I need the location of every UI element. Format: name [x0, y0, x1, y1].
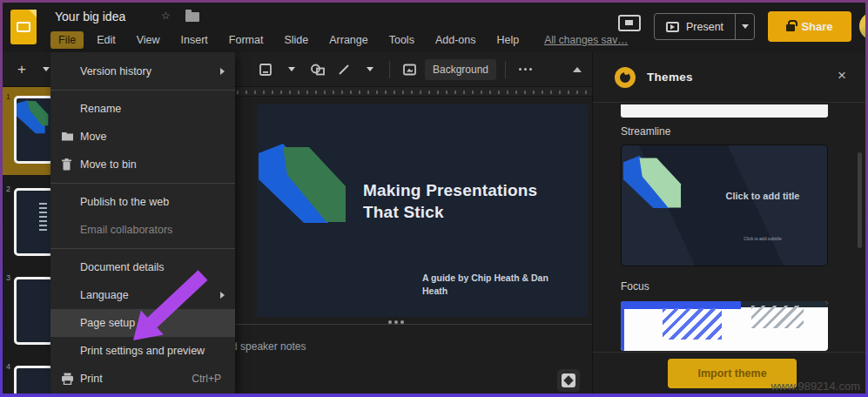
- close-icon[interactable]: ×: [838, 67, 846, 84]
- menu-separator: [50, 248, 235, 249]
- present-dropdown[interactable]: [735, 14, 754, 39]
- move-folder-icon[interactable]: [185, 12, 199, 22]
- file-menu: Version history Rename Move Move to bin …: [50, 52, 235, 394]
- more-options-icon[interactable]: [515, 58, 535, 81]
- save-status[interactable]: All changes sav…: [544, 34, 628, 46]
- image-icon[interactable]: [399, 58, 420, 81]
- avatar[interactable]: [859, 12, 865, 40]
- slide-thumbnail-1[interactable]: [14, 96, 54, 164]
- slide-number: 3: [6, 273, 10, 282]
- background-button[interactable]: Background: [425, 59, 496, 80]
- trash-icon: [61, 158, 72, 171]
- document-title[interactable]: Your big idea: [55, 10, 125, 24]
- present-button[interactable]: Present: [655, 14, 735, 39]
- menu-item-move-to-bin[interactable]: Move to bin: [50, 151, 235, 178]
- menu-item-document-details[interactable]: Document details: [50, 253, 235, 281]
- chevron-down-icon: [742, 24, 749, 29]
- menu-item-page-setup[interactable]: Page setup: [50, 309, 235, 337]
- submenu-arrow-icon: [220, 68, 225, 75]
- shapes-icon[interactable]: [307, 58, 328, 81]
- menu-format[interactable]: Format: [221, 31, 272, 49]
- themes-panel: Themes × Streamline Click to add title C…: [592, 52, 865, 394]
- share-button[interactable]: Share: [768, 11, 851, 42]
- thumbnail-text-lines: [39, 203, 47, 232]
- slide-number: 1: [6, 92, 10, 101]
- printer-icon: [61, 373, 74, 385]
- present-on-screen-icon[interactable]: [618, 15, 643, 36]
- menu-shortcut: Ctrl+P: [192, 373, 221, 385]
- menu-addons[interactable]: Add-ons: [427, 31, 484, 49]
- theme-name-streamline: Streamline: [621, 125, 670, 138]
- themes-header: Themes ×: [593, 52, 865, 103]
- focus-hatch-gray: [751, 306, 804, 328]
- slide-number: 4: [6, 362, 10, 371]
- themes-title: Themes: [647, 71, 693, 84]
- menu-item-publish-to-web[interactable]: Publish to the web: [50, 188, 235, 216]
- textbox-icon[interactable]: [255, 58, 276, 81]
- screenshot-frame: Your big idea ☆ File Edit View Insert Fo…: [0, 0, 868, 397]
- menubar: File Edit View Insert Format Slide Arran…: [50, 30, 628, 50]
- notes-drag-handle[interactable]: [388, 320, 392, 324]
- menu-separator: [50, 183, 235, 184]
- theme-thumbnail-partial[interactable]: [621, 104, 828, 118]
- slide-subtitle-text[interactable]: A guide by Chip Heath & Dan Heath: [422, 272, 553, 297]
- menu-arrange[interactable]: Arrange: [321, 31, 375, 49]
- theme-thumbnail-focus[interactable]: [621, 301, 828, 351]
- themes-scrollbar[interactable]: [858, 152, 862, 248]
- hide-menus-icon[interactable]: [567, 58, 588, 81]
- menu-tools[interactable]: Tools: [381, 31, 422, 49]
- menu-edit[interactable]: Edit: [89, 31, 124, 49]
- topbar: Your big idea ☆ File Edit View Insert Fo…: [3, 3, 865, 52]
- slide-title-text[interactable]: Making Presentations That Stick: [363, 179, 572, 223]
- themes-palette-icon: [615, 67, 636, 88]
- menu-slide[interactable]: Slide: [276, 31, 316, 49]
- notes-divider: [233, 324, 592, 325]
- theme-name-focus: Focus: [621, 280, 649, 293]
- line-dropdown[interactable]: [360, 58, 380, 81]
- watermark: www.989214.com: [770, 380, 860, 393]
- current-slide[interactable]: Making Presentations That Stick A guide …: [257, 104, 588, 317]
- theme-title-placeholder: Click to add title: [702, 191, 824, 201]
- ruler: [233, 87, 592, 97]
- menu-file[interactable]: File: [50, 31, 84, 49]
- explore-icon[interactable]: [557, 369, 580, 392]
- menu-item-print-settings[interactable]: Print settings and preview: [50, 337, 235, 365]
- slide-filmstrip: 1 2 3 4: [3, 87, 50, 394]
- logo-fold: [29, 10, 37, 17]
- menu-item-print[interactable]: Print Ctrl+P: [50, 365, 235, 393]
- theme-shape-motif: [622, 151, 683, 217]
- slide-shape-motif: [259, 136, 346, 236]
- theme-subtitle-placeholder: Click to add subtitle: [726, 236, 799, 241]
- lock-icon: [786, 24, 795, 31]
- submenu-arrow-icon: [220, 292, 225, 299]
- menu-item-language[interactable]: Language: [50, 281, 235, 309]
- logo-inner: [17, 22, 30, 32]
- menu-item-move[interactable]: Move: [50, 123, 235, 151]
- slide-thumbnail-3[interactable]: [14, 277, 54, 345]
- slide-number: 2: [6, 185, 10, 193]
- new-slide-button[interactable]: +: [11, 58, 32, 81]
- menu-item-email-collaborators: Email collaborators: [50, 216, 235, 244]
- line-icon[interactable]: [333, 58, 354, 81]
- present-button-group: Present: [654, 13, 755, 40]
- folder-icon: [61, 131, 74, 142]
- focus-hatch-blue: [663, 308, 722, 340]
- slide-thumbnail-2[interactable]: [14, 188, 54, 256]
- star-icon[interactable]: ☆: [161, 10, 171, 22]
- menu-separator: [50, 90, 235, 91]
- textbox-dropdown[interactable]: [281, 58, 302, 81]
- menu-item-version-history[interactable]: Version history: [50, 57, 235, 85]
- slides-logo-icon[interactable]: [10, 10, 37, 44]
- menu-help[interactable]: Help: [488, 31, 527, 49]
- slide-thumbnail-4[interactable]: [14, 366, 54, 394]
- slideshow-play-icon: [666, 22, 679, 32]
- toolbar-separator: [505, 61, 506, 78]
- menu-view[interactable]: View: [129, 31, 168, 49]
- google-slides-app: Your big idea ☆ File Edit View Insert Fo…: [3, 3, 865, 394]
- toolbar-separator: [389, 61, 390, 78]
- theme-thumbnail-streamline[interactable]: Click to add title Click to add subtitle: [621, 145, 828, 266]
- menu-insert[interactable]: Insert: [173, 31, 216, 49]
- menu-item-rename[interactable]: Rename: [50, 95, 235, 123]
